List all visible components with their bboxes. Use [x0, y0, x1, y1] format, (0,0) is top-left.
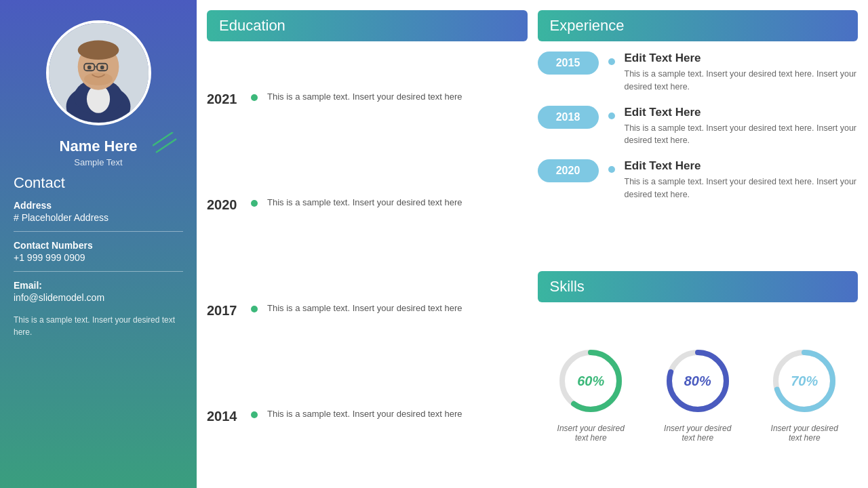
experience-items: 2015 Edit Text Here This is a sample tex…: [538, 48, 859, 205]
contact-section: Contact Address # Placeholder Address Co…: [14, 174, 183, 304]
sidebar: Name Here Sample Text Contact Address # …: [0, 0, 197, 488]
email-value: info@slidemodel.com: [14, 292, 183, 303]
experience-panel: Experience 2015 Edit Text Here This is a…: [538, 10, 859, 261]
skill-circle-container: 70%: [767, 344, 842, 418]
svg-point-10: [100, 66, 104, 70]
skill-desc: Insert your desiredtext here: [557, 424, 625, 443]
skill-desc: Insert your desiredtext here: [771, 424, 838, 443]
timeline-year: 2020: [207, 197, 244, 213]
timeline-text: This is a sample text. Insert your desir…: [267, 196, 462, 209]
experience-item: 2018 Edit Text Here This is a sample tex…: [538, 106, 859, 148]
education-timeline: 2021 This is a sample text. Insert your …: [207, 48, 528, 478]
contact-title: Contact: [14, 174, 183, 192]
experience-item: 2015 Edit Text Here This is a sample tex…: [538, 52, 859, 94]
skill-circle-container: 80%: [660, 344, 735, 418]
exp-title: Edit Text Here: [625, 159, 859, 173]
timeline-year: 2021: [207, 92, 244, 107]
exp-year-badge: 2018: [538, 106, 599, 129]
divider-2: [14, 271, 183, 272]
skill-item: 70% Insert your desiredtext here: [767, 344, 842, 443]
exp-title: Edit Text Here: [625, 52, 859, 65]
exp-text-block: Edit Text Here This is a sample text. In…: [625, 52, 859, 94]
main-content: Education 2021 This is a sample text. In…: [197, 0, 868, 488]
exp-year-badge: 2015: [538, 52, 599, 75]
name-text: Name Here: [60, 138, 138, 155]
timeline-dot: [251, 94, 258, 101]
timeline-item: 2014 This is a sample text. Insert your …: [207, 407, 528, 424]
sidebar-bottom-text: This is a sample text. Insert your desir…: [14, 314, 183, 338]
exp-year-badge: 2020: [538, 159, 599, 182]
timeline-text: This is a sample text. Insert your desir…: [267, 90, 462, 104]
skill-item: 60% Insert your desiredtext here: [553, 344, 628, 443]
timeline-year: 2017: [207, 303, 244, 319]
exp-desc: This is a sample text. Insert your desir…: [625, 176, 859, 201]
timeline-item: 2020 This is a sample text. Insert your …: [207, 196, 528, 213]
timeline-text: This is a sample text. Insert your desir…: [267, 407, 462, 421]
exp-desc: This is a sample text. Insert your desir…: [625, 122, 859, 148]
timeline-dot: [251, 200, 258, 207]
svg-point-11: [84, 73, 113, 85]
exp-text-block: Edit Text Here This is a sample text. In…: [625, 106, 859, 148]
avatar: [46, 20, 151, 125]
timeline-year: 2014: [207, 409, 244, 424]
name-section: Name Here Sample Text: [60, 138, 138, 167]
contact-label: Contact Numbers: [14, 240, 183, 251]
timeline-item: 2021 This is a sample text. Insert your …: [207, 90, 528, 107]
skill-item: 80% Insert your desiredtext here: [660, 344, 735, 443]
timeline-dot: [251, 306, 258, 312]
svg-point-5: [77, 41, 119, 60]
skills-circles: 60% Insert your desiredtext here 80% Ins…: [538, 309, 859, 478]
experience-header: Experience: [538, 10, 859, 41]
skill-desc: Insert your desiredtext here: [664, 424, 731, 443]
education-header: Education: [207, 10, 528, 41]
exp-dot: [608, 113, 615, 119]
svg-point-9: [87, 66, 91, 70]
exp-text-block: Edit Text Here This is a sample text. In…: [625, 159, 859, 201]
skill-percent-label: 70%: [791, 373, 818, 389]
contact-value: +1 999 999 0909: [14, 252, 183, 263]
skill-circle-container: 60%: [553, 344, 628, 418]
exp-dot: [608, 58, 615, 65]
exp-title: Edit Text Here: [625, 106, 859, 119]
skills-header: Skills: [538, 271, 859, 302]
skills-panel: Skills 60% Insert your desiredtext here …: [538, 271, 859, 478]
timeline-dot: [251, 411, 258, 418]
timeline-item: 2017 This is a sample text. Insert your …: [207, 302, 528, 319]
address-value: # Placeholder Address: [14, 212, 183, 223]
education-panel: Education 2021 This is a sample text. In…: [207, 10, 528, 478]
exp-desc: This is a sample text. Insert your desir…: [625, 68, 859, 94]
skill-percent-label: 80%: [684, 373, 711, 389]
email-label: Email:: [14, 280, 183, 291]
exp-dot: [608, 166, 615, 173]
name-subtitle: Sample Text: [60, 157, 138, 167]
skill-percent-label: 60%: [577, 373, 604, 389]
divider-1: [14, 231, 183, 232]
timeline-text: This is a sample text. Insert your desir…: [267, 302, 462, 315]
address-label: Address: [14, 200, 183, 211]
decorative-lines: [153, 132, 180, 162]
experience-item: 2020 Edit Text Here This is a sample tex…: [538, 159, 859, 201]
